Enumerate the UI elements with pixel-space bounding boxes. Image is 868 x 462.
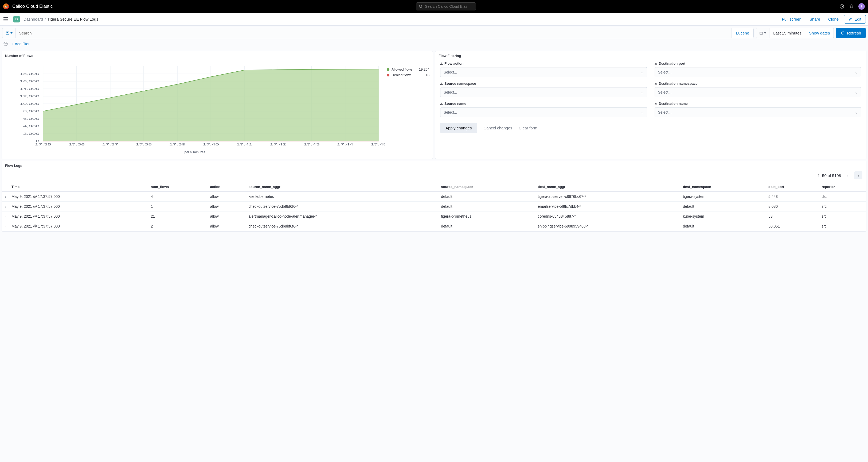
column-header[interactable]: action (208, 182, 247, 192)
cell-source-ns: tigera-prometheus (439, 211, 535, 221)
pencil-icon (848, 18, 852, 21)
cell-numflows: 1 (149, 202, 208, 211)
dest-name-label: Destination name (655, 102, 862, 106)
column-header[interactable]: dest_port (766, 182, 819, 192)
date-quick-button[interactable] (756, 28, 770, 38)
flow-filter-panel: Flow Filtering Flow action Select...⌄ De… (435, 51, 866, 159)
chart-xlabel: per 5 minutes (5, 150, 384, 154)
svg-text:14,000: 14,000 (20, 87, 39, 90)
cell-source-name: checkoutservice-75db8bf6f6-* (247, 221, 439, 231)
cell-dest-port: 50,051 (766, 221, 819, 231)
svg-text:17:41: 17:41 (236, 143, 253, 146)
table-row: ›May 9, 2021 @ 17:37:57.0001allowcheckou… (2, 202, 866, 211)
pager-next-button[interactable]: › (855, 171, 862, 179)
warning-icon (440, 102, 443, 106)
query-language-toggle[interactable]: Lucene (732, 28, 753, 38)
dest-port-select[interactable]: Select...⌄ (655, 67, 862, 77)
cancel-changes-button[interactable]: Cancel changes (484, 126, 512, 130)
svg-text:17:35: 17:35 (35, 143, 51, 146)
save-icon (6, 31, 9, 35)
pager-label: 1–50 of 5108 (817, 173, 841, 178)
expand-row-button[interactable]: › (2, 221, 9, 231)
saved-query-button[interactable] (2, 28, 16, 38)
table-row: ›May 9, 2021 @ 17:37:57.0004allowkse.kub… (2, 192, 866, 202)
chevron-down-icon: ⌄ (641, 90, 644, 94)
date-range-label[interactable]: Last 15 minutes (770, 28, 805, 38)
chevron-down-icon: ⌄ (641, 70, 644, 74)
svg-text:12,000: 12,000 (20, 95, 39, 98)
cell-numflows: 2 (149, 221, 208, 231)
svg-text:17:36: 17:36 (68, 143, 85, 146)
app-logo: 🐯 (3, 3, 9, 9)
query-bar: Lucene Last 15 minutes Show dates Refres… (0, 26, 868, 40)
expand-row-button[interactable]: › (2, 211, 9, 221)
apply-changes-button[interactable]: Apply changes (440, 123, 477, 133)
column-header[interactable]: source_namespace (439, 182, 535, 192)
column-header[interactable]: num_flows (149, 182, 208, 192)
column-header[interactable]: source_name_aggr (247, 182, 439, 192)
share-link[interactable]: Share (807, 15, 823, 23)
newsfeed-icon[interactable] (849, 4, 854, 9)
help-icon[interactable] (839, 4, 844, 9)
svg-text:17:42: 17:42 (270, 143, 286, 146)
refresh-button-label: Refresh (847, 31, 861, 35)
global-search[interactable] (416, 2, 476, 10)
svg-text:16,000: 16,000 (20, 80, 39, 83)
expand-row-button[interactable]: › (2, 202, 9, 211)
refresh-button[interactable]: Refresh (836, 28, 866, 38)
add-filter-link[interactable]: + Add filter (12, 42, 30, 46)
cell-dest-ns: default (681, 202, 766, 211)
global-header: 🐯 Calico Cloud Elastic t (0, 0, 868, 13)
pager-prev-button[interactable]: ‹ (844, 171, 852, 179)
source-name-select[interactable]: Select...⌄ (440, 107, 647, 117)
app-title: Calico Cloud Elastic (12, 4, 53, 9)
flow-action-label: Flow action (440, 61, 647, 65)
cell-numflows: 21 (149, 211, 208, 221)
chevron-down-icon: ⌄ (641, 110, 644, 114)
show-dates-link[interactable]: Show dates (805, 28, 834, 38)
svg-line-1 (422, 7, 423, 8)
legend-item[interactable]: Allowed flows19,254 (387, 67, 430, 71)
chevron-down-icon (10, 32, 12, 34)
column-header[interactable]: reporter (819, 182, 866, 192)
warning-icon (655, 102, 658, 106)
user-avatar[interactable]: t (858, 3, 865, 10)
column-header[interactable]: dest_name_aggr (536, 182, 681, 192)
chevron-down-icon: ⌄ (855, 110, 858, 114)
fullscreen-link[interactable]: Full screen (779, 15, 804, 23)
breadcrumb-root[interactable]: Dashboard (24, 17, 43, 21)
cell-dest-port: 53 (766, 211, 819, 221)
source-ns-select[interactable]: Select...⌄ (440, 87, 647, 97)
search-icon (419, 4, 423, 8)
dest-name-select[interactable]: Select...⌄ (655, 107, 862, 117)
date-picker: Last 15 minutes Show dates (756, 28, 834, 38)
svg-text:8,000: 8,000 (23, 110, 39, 113)
cell-action: allow (208, 221, 247, 231)
clone-link[interactable]: Clone (826, 15, 841, 23)
workspace-bar: D Dashboard / Tigera Secure EE Flow Logs… (0, 13, 868, 26)
filter-settings-icon[interactable] (3, 41, 8, 46)
global-search-input[interactable] (425, 4, 473, 8)
space-badge[interactable]: D (13, 16, 20, 23)
legend-item[interactable]: Denied flows18 (387, 73, 430, 77)
clear-form-button[interactable]: Clear form (519, 126, 537, 130)
expand-row-button[interactable]: › (2, 192, 9, 202)
cell-time: May 9, 2021 @ 17:37:57.000 (9, 211, 149, 221)
nav-menu-button[interactable] (2, 16, 10, 23)
dest-ns-select[interactable]: Select...⌄ (655, 87, 862, 97)
cell-time: May 9, 2021 @ 17:37:57.000 (9, 192, 149, 202)
column-header[interactable]: dest_namespace (681, 182, 766, 192)
flow-action-select[interactable]: Select...⌄ (440, 67, 647, 77)
chart-panel: Number of Flows 02,0004,0006,0008,00010,… (2, 51, 433, 159)
legend-label-text: Allowed flows (392, 67, 413, 71)
svg-text:17:39: 17:39 (169, 143, 185, 146)
column-header[interactable]: Time (9, 182, 149, 192)
cell-action: allow (208, 192, 247, 202)
cell-dest-port: 5,443 (766, 192, 819, 202)
warning-icon (655, 82, 658, 86)
flow-logs-title: Flow Logs (2, 161, 866, 169)
edit-button[interactable]: Edit (844, 15, 866, 24)
svg-text:17:43: 17:43 (303, 143, 320, 146)
query-input[interactable] (16, 28, 732, 38)
filter-bar: + Add filter (0, 40, 868, 49)
